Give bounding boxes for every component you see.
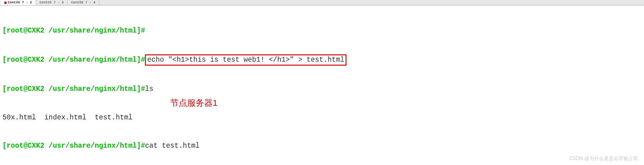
output-text: 50x.html index.html test.html: [2, 114, 133, 122]
indicator-icon: [4, 2, 7, 4]
tab-label: CentOS 7 - 3: [40, 0, 64, 5]
command: ls: [145, 85, 153, 93]
tab-centos-3[interactable]: CentOS 7 - 3: [36, 0, 67, 5]
watermark: CSDN @为什么老是名字被占用: [569, 155, 638, 162]
annotation-label: 节点服务器1: [170, 97, 218, 109]
terminal-line: [root@CXK2 /usr/share/nginx/html]#cat te…: [2, 141, 642, 151]
command: echo "<h1>this is test web1! </h1>" > te…: [147, 56, 344, 64]
terminal-output[interactable]: [root@CXK2 /usr/share/nginx/html]# [root…: [0, 5, 644, 165]
prompt: [root@CXK2 /usr/share/nginx/html]#: [2, 85, 145, 93]
terminal-line: [root@CXK2 /usr/share/nginx/html]#ls: [2, 84, 642, 94]
tab-label: CentOS 7 - 4: [71, 0, 95, 5]
prompt: [root@CXK2 /usr/share/nginx/html]#: [2, 142, 145, 150]
terminal-line: [root@CXK2 /usr/share/nginx/html]#: [2, 26, 642, 36]
highlight-box: echo "<h1>this is test web1! </h1>" > te…: [145, 54, 346, 66]
tab-bar: CentOS 7 - 2 CentOS 7 - 3 CentOS 7 - 4: [0, 0, 644, 5]
tab-centos-2[interactable]: CentOS 7 - 2: [1, 0, 36, 5]
prompt: [root@CXK2 /usr/share/nginx/html]#: [2, 27, 145, 35]
prompt: [root@CXK2 /usr/share/nginx/html]#: [2, 56, 145, 64]
terminal-line: 50x.html index.html test.html: [2, 113, 642, 122]
tab-label: CentOS 7 - 2: [8, 0, 32, 5]
terminal-line: [root@CXK2 /usr/share/nginx/html]#echo "…: [2, 54, 642, 66]
tab-centos-4[interactable]: CentOS 7 - 4: [67, 0, 99, 5]
command: cat test.html: [145, 142, 199, 150]
